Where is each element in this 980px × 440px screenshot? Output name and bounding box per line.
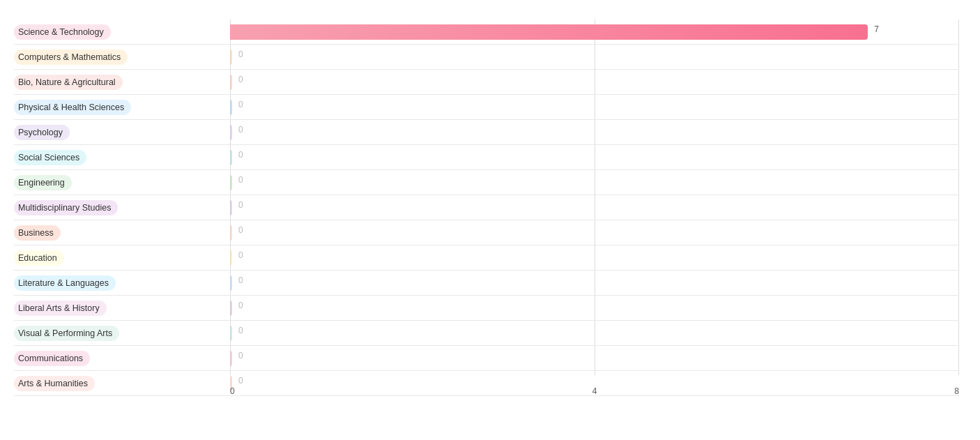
bar-fill: 0 [230,275,232,291]
bar-fill: 0 [230,150,232,165]
bar-label-text: Multidisciplinary Studies [14,200,118,215]
bar-label-text: Arts & Humanities [14,376,95,391]
bar-value-label: 0 [236,376,243,386]
bar-row: Multidisciplinary Studies0 [14,195,959,220]
bar-label-text: Liberal Arts & History [14,301,107,316]
bar-label-container: Bio, Nature & Agricultural [14,75,230,90]
bar-value-label: 0 [236,150,243,160]
bar-value-label: 0 [236,50,243,59]
bar-fill: 0 [230,200,232,215]
bar-value-label: 0 [236,75,243,84]
chart-area: Science & Technology7Computers & Mathema… [14,20,959,396]
bar-fill: 0 [230,125,232,140]
bar-row: Education0 [14,245,959,271]
bar-label-container: Psychology [14,125,230,140]
x-axis: 048 [230,386,959,396]
bar-value-label: 0 [236,225,243,235]
bar-row: Literature & Languages0 [14,271,959,296]
bar-row: Communications0 [14,346,959,371]
bar-track: 0 [230,301,959,316]
bar-label-text: Business [14,225,61,241]
x-axis-label: 8 [954,386,959,396]
bar-track: 0 [230,50,959,65]
bar-row: Social Sciences0 [14,145,959,170]
bar-label-container: Communications [14,351,230,366]
bar-track: 0 [230,351,959,366]
bar-value-label: 0 [236,351,243,361]
bar-row: Physical & Health Sciences0 [14,95,959,120]
bar-value-label: 7 [871,24,879,34]
bar-label-text: Science & Technology [14,24,111,40]
bar-label-text: Engineering [14,175,72,190]
bars-area: Science & Technology7Computers & Mathema… [14,20,959,375]
bar-track: 7 [230,24,959,40]
bar-label-container: Liberal Arts & History [14,301,230,316]
bar-track: 0 [230,150,959,165]
bar-label-text: Physical & Health Sciences [14,100,131,115]
bar-label-text: Literature & Languages [14,275,116,291]
bar-fill: 0 [230,326,232,341]
bar-label-text: Bio, Nature & Agricultural [14,75,123,90]
bar-track: 0 [230,250,959,266]
bar-track: 0 [230,225,959,241]
bar-fill: 0 [230,351,232,366]
x-axis-label: 0 [230,386,235,396]
bar-label-container: Business [14,225,230,241]
bar-label-container: Engineering [14,175,230,190]
bar-label-container: Education [14,250,230,266]
bar-label-container: Multidisciplinary Studies [14,200,230,215]
bar-label-container: Arts & Humanities [14,376,230,391]
bar-fill: 7 [230,24,868,40]
bar-fill: 0 [230,50,232,65]
bar-track: 0 [230,326,959,341]
bar-fill: 0 [230,100,232,115]
bar-value-label: 0 [236,301,243,310]
bar-label-container: Literature & Languages [14,275,230,291]
bar-row: Science & Technology7 [14,20,959,45]
bar-row: Visual & Performing Arts0 [14,321,959,346]
bar-track: 0 [230,100,959,115]
bar-row: Engineering0 [14,170,959,195]
bar-value-label: 0 [236,275,243,285]
bar-value-label: 0 [236,200,243,210]
bar-track: 0 [230,125,959,140]
bar-fill: 0 [230,250,232,266]
bar-row: Psychology0 [14,120,959,145]
bar-row: Business0 [14,220,959,245]
bar-value-label: 0 [236,326,243,335]
bar-value-label: 0 [236,175,243,185]
bar-track: 0 [230,175,959,190]
bar-label-container: Physical & Health Sciences [14,100,230,115]
x-axis-label: 4 [592,386,597,396]
bar-row: Computers & Mathematics0 [14,45,959,70]
bar-label-text: Psychology [14,125,70,140]
bar-label-text: Visual & Performing Arts [14,326,119,341]
bar-label-text: Communications [14,351,90,366]
bar-label-text: Education [14,250,64,266]
chart-container: Science & Technology7Computers & Mathema… [0,0,980,440]
bar-label-container: Visual & Performing Arts [14,326,230,341]
bar-label-container: Science & Technology [14,24,230,40]
bar-track: 0 [230,200,959,215]
bar-fill: 0 [230,175,232,190]
bar-label-text: Computers & Mathematics [14,50,128,65]
bar-fill: 0 [230,301,232,316]
bar-label-container: Social Sciences [14,150,230,165]
bar-track: 0 [230,275,959,291]
bar-label-text: Social Sciences [14,150,86,165]
bar-value-label: 0 [236,250,243,260]
bar-value-label: 0 [236,100,243,109]
bar-label-container: Computers & Mathematics [14,50,230,65]
bar-track: 0 [230,75,959,90]
bar-value-label: 0 [236,125,243,135]
bar-fill: 0 [230,75,232,90]
bar-row: Bio, Nature & Agricultural0 [14,70,959,95]
bar-fill: 0 [230,225,232,241]
bar-row: Liberal Arts & History0 [14,296,959,321]
